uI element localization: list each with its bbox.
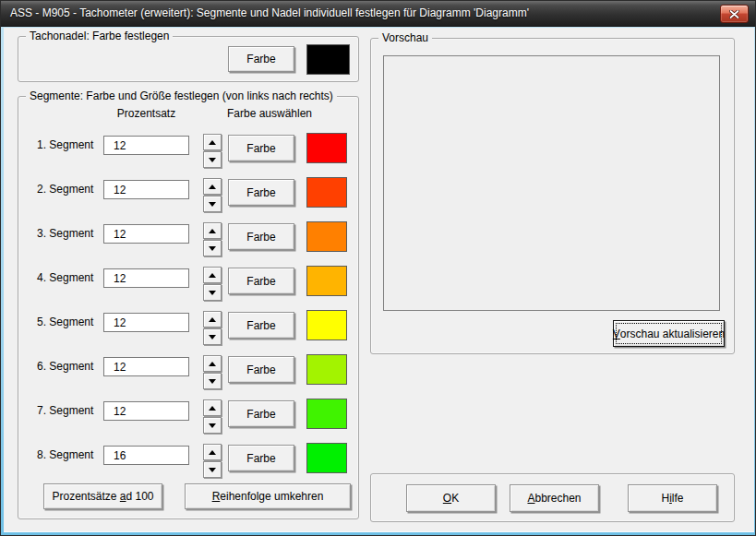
column-header-percent: Prozentsatz [103,107,189,120]
arrow-up-icon [209,229,216,233]
segment-percent-input[interactable] [103,357,189,376]
arrow-down-icon [209,468,216,472]
spin-up-button[interactable] [203,311,222,328]
segment-spinner [203,444,222,479]
segment-color-button[interactable]: Farbe [228,312,294,339]
segment-label: 7. Segment [37,401,93,421]
update-preview-button[interactable]: Vorschau aktualisieren [613,320,725,347]
segment-color-button[interactable]: Farbe [228,268,294,294]
segment-color-swatch [306,399,347,429]
segment-label: 5. Segment [37,313,93,332]
segments-group: Segmente: Farbe und Größe festlegen (von… [18,96,359,519]
spin-down-button[interactable] [203,196,222,212]
arrow-up-icon [209,317,216,322]
segment-spinner [203,178,222,213]
spin-up-button[interactable] [203,134,222,150]
segment-row: 8. Segment Farbe [18,443,360,478]
segment-color-swatch [306,133,347,163]
arrow-down-icon [209,246,216,251]
segment-color-swatch [306,443,347,473]
segment-color-button[interactable]: Farbe [228,179,294,206]
segment-label: 8. Segment [37,446,93,465]
segment-color-button[interactable]: Farbe [228,400,294,427]
spin-down-button[interactable] [203,373,222,389]
segment-label: 6. Segment [37,357,93,376]
segment-label: 3. Segment [37,224,93,244]
segment-label: 4. Segment [37,268,93,288]
spin-down-button[interactable] [203,240,222,256]
segment-spinner [203,267,222,302]
cancel-button[interactable]: Abbrechen [510,484,599,512]
reverse-order-button[interactable]: Reihenfolge umkehren [185,483,351,509]
segment-row: 5. Segment Farbe [18,310,360,345]
help-button[interactable]: Hilfe [628,484,717,512]
segment-color-swatch [306,177,347,208]
arrow-up-icon [209,450,216,455]
preview-canvas [383,55,720,311]
spin-down-button[interactable] [203,417,222,434]
segment-spinner [203,311,222,346]
spin-down-button[interactable] [203,151,222,168]
normalize-percentages-button[interactable]: Prozentsätze ad 100 [43,483,162,509]
segment-row: 4. Segment Farbe [18,266,360,301]
spin-up-button[interactable] [203,222,222,239]
spin-down-button[interactable] [203,461,222,478]
spin-up-button[interactable] [203,355,222,372]
segment-color-button[interactable]: Farbe [228,445,294,471]
footer-group: OK Abbrechen Hilfe [370,473,735,522]
arrow-up-icon [209,406,216,411]
arrow-down-icon [209,335,216,339]
segment-row: 1. Segment Farbe [18,133,360,168]
needle-group: Tachonadel: Farbe festlegen Farbe [18,36,359,82]
ok-button[interactable]: OK [406,484,496,512]
needle-color-swatch [306,44,350,75]
arrow-up-icon [209,362,216,366]
window-title: ASS - M905 - Tachometer (erweitert): Seg… [10,1,529,26]
segment-percent-input[interactable] [103,313,189,332]
spin-up-button[interactable] [203,178,222,195]
titlebar: ASS - M905 - Tachometer (erweitert): Seg… [1,1,755,27]
segment-label: 2. Segment [37,180,93,199]
segment-color-swatch [306,266,347,296]
segments-group-title: Segmente: Farbe und Größe festlegen (von… [26,89,337,103]
segment-color-button[interactable]: Farbe [228,223,294,250]
arrow-up-icon [209,273,216,278]
close-icon [729,10,739,18]
spin-up-button[interactable] [203,444,222,460]
arrow-down-icon [209,423,216,428]
preview-group: Vorschau Vorschau aktualisieren [370,38,735,354]
segment-row: 7. Segment Farbe [18,399,360,434]
segment-color-button[interactable]: Farbe [228,135,294,161]
spin-up-button[interactable] [203,267,222,283]
arrow-up-icon [209,140,216,145]
segment-percent-input[interactable] [103,268,189,288]
segment-percent-input[interactable] [103,401,189,421]
segment-label: 1. Segment [37,136,93,155]
spin-down-button[interactable] [203,328,222,345]
spin-down-button[interactable] [203,284,222,301]
close-button[interactable] [720,5,749,23]
segment-row: 2. Segment Farbe [18,177,360,212]
segment-spinner [203,355,222,390]
segment-spinner [203,222,222,257]
segment-color-swatch [306,310,347,340]
column-header-color: Farbe auswählen [214,107,325,120]
segment-percent-input[interactable] [103,224,189,244]
needle-color-button[interactable]: Farbe [228,46,294,72]
segment-row: 6. Segment Farbe [18,354,360,389]
arrow-down-icon [209,202,216,207]
arrow-down-icon [209,379,216,384]
segment-spinner [203,134,222,169]
segment-color-button[interactable]: Farbe [228,356,294,383]
segment-color-swatch [306,354,347,385]
segment-percent-input[interactable] [103,180,189,199]
segment-color-swatch [306,221,347,252]
preview-group-title: Vorschau [378,31,432,45]
arrow-down-icon [209,158,216,162]
segment-row: 3. Segment Farbe [18,221,360,256]
segment-percent-input[interactable] [103,136,189,155]
spin-up-button[interactable] [203,399,222,416]
arrow-down-icon [209,291,216,295]
segment-percent-input[interactable] [103,446,189,465]
dialog-window: ASS - M905 - Tachometer (erweitert): Seg… [0,0,756,536]
